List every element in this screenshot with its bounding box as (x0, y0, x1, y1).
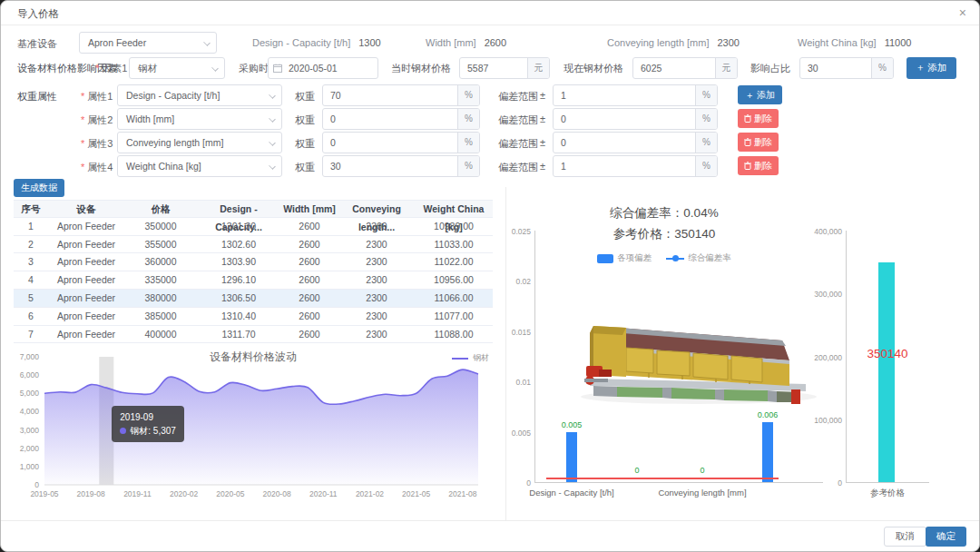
table-row[interactable]: 5Apron Feeder3800001306.502600230011066.… (14, 290, 493, 308)
y-axis-tick-label: 0 (506, 478, 531, 488)
material-price-line-chart: 设备材料价格波动 钢材 01,0002,0003,0004,0005,0006,… (14, 346, 493, 508)
factor1-select[interactable]: 钢材 (129, 57, 225, 79)
x-axis-tick-label: 2020-08 (255, 489, 299, 498)
table-cell: 11066.00 (415, 290, 493, 308)
y-axis-tick-label: 0.025 (506, 227, 531, 236)
cancel-button[interactable]: 取消 (884, 527, 926, 547)
reference-price-bar[interactable] (878, 262, 895, 482)
table-row[interactable]: 1Apron Feeder3500001301.302600230010989.… (14, 218, 493, 236)
delete-label: 删除 (754, 136, 772, 149)
table-cell: 11033.00 (415, 236, 493, 254)
y-axis-tick-label: 0 (14, 480, 39, 489)
y-axis-tick-label: 3,000 (14, 426, 39, 435)
calendar-icon (269, 58, 287, 78)
deviation-bar[interactable] (762, 422, 773, 482)
percent-unit: % (457, 133, 479, 153)
attr3-select[interactable]: Conveying length [mm] (117, 132, 282, 153)
table-cell: Apron Feeder (48, 290, 124, 308)
table-row[interactable]: 7Apron Feeder4000001311.702600230011088.… (14, 326, 493, 344)
now-price-input[interactable]: 6025 元 (632, 57, 738, 79)
attr4-select[interactable]: Weight China [kg] (117, 155, 282, 177)
weight-value: 30 (323, 156, 457, 176)
then-price-input[interactable]: 5587 元 (459, 57, 550, 79)
deviation1-input[interactable]: 1% (553, 84, 718, 106)
base-equipment-select[interactable]: Apron Feeder (79, 32, 217, 54)
chevron-down-icon (269, 163, 276, 170)
deviation-label: 偏差范围 (498, 161, 538, 174)
table-cell: Apron Feeder (48, 271, 124, 290)
delete-attribute-button[interactable]: 删除 (738, 156, 779, 175)
tooltip-date: 2019-09 (120, 410, 176, 424)
table-cell: 380000 (124, 290, 197, 308)
table-cell: 1301.30 (197, 218, 280, 236)
bar-value-label: 0 (619, 466, 655, 475)
deviation-chart-legend[interactable]: 各项偏差综合偏差率 (506, 252, 822, 264)
deviation4-input[interactable]: 1% (553, 155, 718, 177)
confirm-button[interactable]: 确定 (926, 527, 966, 547)
bar-value-label: 0 (684, 466, 720, 475)
y-axis-tick-label: 0.015 (506, 328, 531, 337)
table-cell: Apron Feeder (48, 253, 124, 271)
add-attribute-button[interactable]: ＋添加 (738, 85, 782, 104)
purchase-time-input[interactable]: 2020-05-01 (268, 57, 378, 79)
attr1-select[interactable]: Design - Capacity [t/h] (117, 84, 282, 106)
table-cell: 2600 (280, 253, 338, 271)
percent-unit: % (457, 156, 479, 176)
table-cell: 2300 (338, 218, 415, 236)
attr3-label: 属性3 (81, 137, 113, 151)
legend-item[interactable]: 综合偏差率 (666, 252, 731, 264)
legend-item[interactable]: 各项偏差 (597, 252, 652, 264)
table-cell: 2300 (338, 308, 415, 326)
x-axis-tick-label: 2020-02 (162, 489, 206, 498)
table-row[interactable]: 3Apron Feeder3600001303.902600230011022.… (14, 253, 493, 271)
table-cell: 1310.40 (197, 308, 280, 326)
chevron-down-icon (203, 39, 211, 46)
table-cell: 2 (14, 236, 48, 254)
weight4-input[interactable]: 30% (322, 155, 480, 177)
table-row[interactable]: 4Apron Feeder3350001296.102600230010956.… (14, 271, 493, 290)
table-cell: 2300 (338, 236, 415, 254)
y-axis-tick-label: 6,000 (14, 370, 39, 380)
deviation-label: 偏差范围 (498, 113, 538, 127)
weight-label: 权重 (295, 90, 315, 104)
chevron-down-icon (211, 64, 219, 72)
spec-label: Width [mm] (426, 37, 476, 48)
table-cell: 2600 (280, 308, 338, 326)
weight2-input[interactable]: 0% (322, 108, 480, 130)
weight3-input[interactable]: 0% (322, 132, 480, 153)
table-cell: 1302.60 (197, 236, 280, 254)
generate-data-button[interactable]: 生成数据 (14, 179, 64, 197)
close-icon[interactable]: × (959, 5, 966, 20)
delete-label: 删除 (754, 113, 772, 125)
steel-price-line-plot[interactable] (44, 353, 478, 489)
y-axis-tick-label: 0.005 (506, 429, 531, 438)
delete-attribute-button[interactable]: 删除 (738, 133, 779, 152)
plus-icon: ＋ (916, 62, 926, 74)
table-cell: 2600 (280, 218, 338, 236)
table-cell: 4 (14, 271, 48, 290)
y-axis-tick-label: 7,000 (14, 352, 39, 361)
influence-ratio-input[interactable]: 30 % (799, 57, 894, 79)
table-cell: 2300 (338, 253, 415, 271)
delete-attribute-button[interactable]: 删除 (738, 109, 779, 128)
attr2-select[interactable]: Width [mm] (117, 108, 282, 130)
deviation-value: 1 (554, 156, 695, 176)
deviation3-input[interactable]: 0% (553, 132, 718, 153)
then-price-label: 当时钢材价格 (391, 62, 451, 75)
table-header-row: 序号设备价格Design - Capacity...Width [mm]Conv… (14, 200, 493, 218)
y-axis-tick-label: 1,000 (14, 462, 39, 471)
chevron-down-icon (269, 115, 276, 123)
import-price-dialog: 导入价格 × 基准设备 Apron Feeder Design - Capaci… (0, 0, 980, 552)
add-factor-button[interactable]: ＋添加 (906, 57, 956, 79)
plus-icon: ＋ (745, 89, 754, 102)
weight1-input[interactable]: 70% (322, 84, 480, 106)
table-row[interactable]: 2Apron Feeder3550001302.602600230011033.… (14, 236, 493, 254)
deviation2-input[interactable]: 0% (553, 108, 718, 130)
generated-data-table: 序号设备价格Design - Capacity...Width [mm]Conv… (14, 200, 493, 343)
weight-label: 权重 (295, 161, 315, 174)
table-cell: 2600 (280, 326, 338, 344)
deviation-bar[interactable] (566, 432, 577, 482)
x-axis-tick-label: 2020-11 (301, 489, 345, 498)
percent-unit: % (457, 109, 479, 129)
table-row[interactable]: 6Apron Feeder3850001310.402600230011077.… (14, 308, 493, 326)
